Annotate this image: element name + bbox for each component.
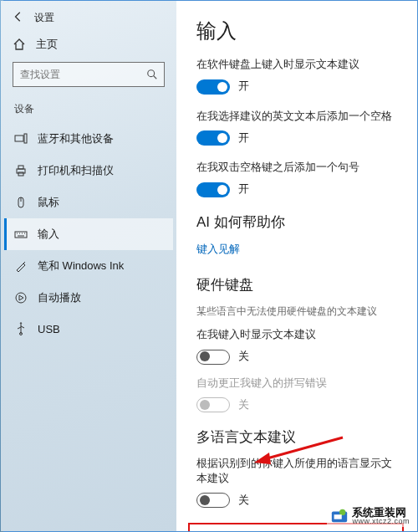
hw-section-desc: 某些语言中无法使用硬件键盘的文本建议 [196,304,399,319]
mouse-icon [14,196,28,209]
watermark: 系统重装网 www.xtcz2.com [327,505,413,527]
ai-section-head: AI 如何帮助你 [196,212,399,232]
toggle5-title: 自动更正我键入的拼写错误 [196,376,399,391]
sidebar-item-autoplay[interactable]: 自动播放 [4,282,173,314]
toggle6-state: 关 [238,494,249,508]
svg-rect-2 [15,136,23,141]
devices-icon [14,132,28,146]
watermark-logo-icon [330,507,349,525]
sidebar-item-printers[interactable]: 打印机和扫描仪 [4,155,173,187]
toggle2-title: 在我选择建议的英文文本后添加一个空格 [196,110,399,125]
window-title: 设置 [34,11,54,25]
sidebar-item-bluetooth[interactable]: 蓝牙和其他设备 [4,123,173,155]
toggle1-state: 开 [238,79,249,94]
nav-label: 打印机和扫描仪 [38,163,114,178]
sidebar-item-mouse[interactable]: 鼠标 [4,187,173,218]
toggle4-title: 在我键入时显示文本建议 [196,328,399,343]
sidebar-nav: 蓝牙和其他设备 打印机和扫描仪 鼠标 输入 笔和 Windows Ink 自动播… [4,123,173,344]
page-heading: 输入 [196,18,399,44]
nav-label: 笔和 Windows Ink [38,258,124,274]
keyboard-icon [14,228,28,241]
toggle2-state: 开 [238,131,249,146]
autoplay-icon [14,291,28,304]
search-input[interactable] [13,62,165,87]
toggle3-state: 开 [238,182,249,197]
home-icon [13,38,26,51]
nav-label: 自动播放 [38,290,81,305]
sidebar: 设置 主页 设备 蓝牙和其他设备 打印机和扫描仪 鼠标 [1,1,176,531]
main-content: 输入 在软件键盘上键入时显示文本建议 开 在我选择建议的英文文本后添加一个空格 … [176,1,417,531]
nav-label: USB [38,323,60,335]
toggle3-title: 在我双击空格键之后添加一个句号 [196,161,399,176]
sidebar-section-label: 设备 [4,99,173,123]
back-icon[interactable] [13,11,24,25]
search-icon [146,69,158,80]
toggle3[interactable] [196,182,230,197]
toggle5 [196,397,230,412]
multilang-head: 多语言文本建议 [196,427,399,447]
nav-label: 鼠标 [38,195,59,210]
svg-rect-22 [334,514,342,519]
watermark-url: www.xtcz2.com [352,518,410,525]
toggle6-title: 根据识别到的你键入所使用的语言显示文本建议 [196,457,399,486]
svg-rect-3 [24,134,27,143]
sidebar-item-pen[interactable]: 笔和 Windows Ink [4,250,173,282]
svg-point-21 [339,509,345,515]
svg-line-1 [154,76,157,79]
toggle4-state: 关 [238,350,249,364]
nav-label: 输入 [38,227,59,242]
typing-insights-link[interactable]: 键入见解 [196,242,240,257]
hw-section-head: 硬件键盘 [196,275,399,294]
home-label: 主页 [36,37,58,52]
toggle4[interactable] [196,350,230,365]
morekb-head: 更多键盘设置 [198,529,394,531]
sidebar-item-usb[interactable]: USB [4,314,173,344]
toggle5-state: 关 [238,398,249,412]
usb-icon [14,322,28,335]
toggle2[interactable] [196,130,230,146]
svg-rect-9 [15,232,27,238]
toggle6[interactable] [196,493,230,508]
pen-icon [14,259,28,273]
toggle1[interactable] [196,79,230,95]
sidebar-home[interactable]: 主页 [4,32,173,62]
nav-label: 蓝牙和其他设备 [38,131,114,146]
svg-rect-5 [18,166,23,169]
printer-icon [14,164,28,177]
sidebar-item-typing[interactable]: 输入 [4,218,173,250]
toggle1-title: 在软件键盘上键入时显示文本建议 [196,58,399,73]
svg-point-0 [148,70,155,77]
svg-point-15 [16,293,26,303]
